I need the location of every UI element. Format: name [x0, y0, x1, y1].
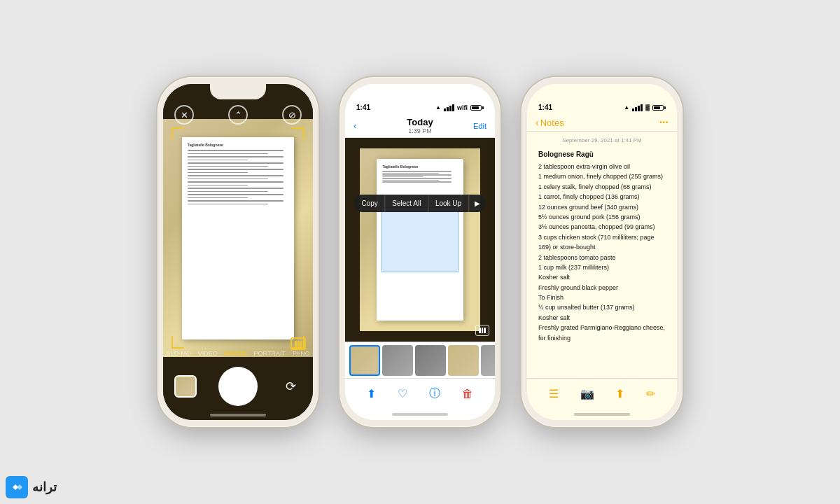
checklist-icon[interactable]: ☰ — [549, 387, 559, 400]
heart-icon[interactable]: ♡ — [398, 387, 407, 400]
share-icon[interactable]: ⬆ — [615, 387, 624, 400]
flip-camera-button[interactable]: ⟳ — [279, 375, 302, 398]
mode-portrait[interactable]: PORTRAIT — [254, 350, 286, 357]
camera-icon[interactable]: 📷 — [580, 387, 594, 400]
ingredient-6: 5½ ounces ground pork (156 grams) — [538, 212, 666, 222]
live-text-button[interactable] — [475, 325, 489, 336]
photo-book-line — [382, 174, 451, 176]
camera-viewfinder: Tagliatelle Bolognese — [163, 119, 313, 357]
look-up-menu-item[interactable]: Look Up — [428, 195, 468, 212]
photo-book-line — [382, 178, 451, 179]
camera-modes: SLO-MO VIDEO PHOTO PORTRAIT PANO — [163, 350, 313, 357]
thumbnail-3[interactable] — [415, 345, 446, 376]
photo-book-line — [382, 181, 451, 183]
logo-icon — [10, 480, 24, 494]
more-options-button[interactable]: ··· — [659, 116, 668, 129]
book-line — [188, 172, 248, 174]
context-menu: Copy Select All Look Up ▶ — [354, 195, 485, 212]
camera-controls: ⟳ — [163, 367, 313, 406]
timer-icon[interactable]: ⊘ — [282, 105, 302, 125]
book-line — [188, 153, 269, 155]
ingredient-13: To Finish — [538, 293, 666, 302]
photo-book-line — [382, 171, 451, 172]
share-icon[interactable]: ⬆ — [367, 387, 376, 400]
compose-icon[interactable]: ✏ — [646, 387, 655, 400]
photo-book: Tagliatelle Bolognese — [360, 148, 479, 332]
chevron-up-icon[interactable]: ⌃ — [228, 105, 248, 125]
shutter-button[interactable] — [218, 367, 258, 406]
select-all-menu-item[interactable]: Select All — [385, 195, 428, 212]
ingredient-7: 3½ ounces pancetta, chopped (99 grams) — [538, 222, 666, 232]
photos-bottom-bar: ⬆ ♡ ⓘ 🗑 — [345, 378, 495, 409]
thumbnail-4[interactable] — [448, 345, 479, 376]
book-line — [188, 200, 284, 202]
status-right: ▲ ▓ — [624, 104, 666, 111]
book-line — [188, 191, 269, 192]
notes-nav: ‹ Notes ··· — [527, 114, 677, 132]
book-line — [188, 156, 284, 158]
home-indicator — [345, 409, 495, 420]
book-line — [188, 194, 284, 195]
notes-back-label: Notes — [540, 118, 564, 128]
photo-book-line — [382, 176, 424, 178]
note-text: Bolognese Ragù 2 tablespoon extra-virgin… — [538, 149, 666, 343]
back-button[interactable]: ‹ — [354, 120, 356, 131]
photos-nav: ‹ Today 1:39 PM Edit — [345, 114, 495, 138]
ingredient-2: 1 medium onion, finely chopped (255 gram… — [538, 172, 666, 181]
photo-thumbnails — [345, 342, 495, 378]
book-line — [188, 197, 248, 199]
live-text-icon — [290, 337, 306, 350]
thumbnail-2[interactable] — [382, 345, 413, 376]
edit-button[interactable]: Edit — [473, 122, 486, 130]
mode-photo[interactable]: PHOTO — [225, 350, 247, 357]
notes-bottom-bar: ☰ 📷 ⬆ ✏ — [527, 378, 677, 409]
signal-bars — [632, 104, 643, 111]
book-line — [188, 162, 284, 164]
location-icon: ▲ — [435, 104, 441, 111]
ingredient-14: ½ cup unsalted butter (137 grams) — [538, 302, 666, 312]
ingredient-12: Freshly ground black pepper — [538, 283, 666, 293]
book-line — [188, 175, 284, 176]
notch — [574, 84, 630, 99]
book-image: Tagliatelle Bolognese — [163, 119, 313, 357]
book-line — [188, 185, 248, 186]
menu-more-arrow[interactable]: ▶ — [469, 195, 486, 212]
nav-title: Today — [407, 117, 433, 127]
battery-icon — [652, 105, 666, 111]
book-line — [188, 166, 269, 167]
note-date: September 29, 2021 at 1:41 PM — [538, 137, 666, 144]
camera-screen: ✕ ⌃ ⊘ Tagliatelle Bolognese — [163, 84, 313, 420]
phone-camera: ✕ ⌃ ⊘ Tagliatelle Bolognese — [158, 77, 318, 427]
home-indicator — [527, 409, 677, 420]
chevron-left-icon: ‹ — [536, 117, 539, 128]
watermark-text: ترانه — [32, 479, 57, 495]
mode-pano[interactable]: PANO — [293, 350, 310, 357]
mode-video[interactable]: VIDEO — [198, 350, 218, 357]
ingredient-9: 2 tablespoons tomato paste — [538, 253, 666, 262]
notch — [392, 84, 448, 99]
book-line — [188, 188, 284, 189]
location-icon: ▲ — [624, 104, 629, 111]
thumbnail-1[interactable] — [349, 345, 380, 376]
photo-book-title: Tagliatelle Bolognese — [382, 164, 457, 169]
wifi-icon: wifi — [457, 104, 468, 111]
notes-back-button[interactable]: ‹ Notes — [536, 117, 564, 128]
ingredient-15: Kosher salt — [538, 313, 666, 323]
flash-icon[interactable]: ✕ — [174, 105, 194, 125]
last-photo-thumbnail[interactable] — [174, 375, 197, 398]
book-page: Tagliatelle Bolognese — [182, 137, 295, 340]
recipe-title: Bolognese Ragù — [538, 149, 666, 160]
book-line — [188, 181, 284, 183]
status-right: ▲ wifi — [435, 104, 484, 111]
selected-text-highlight — [382, 207, 459, 272]
info-icon[interactable]: ⓘ — [429, 386, 440, 401]
trash-icon[interactable]: 🗑 — [462, 388, 473, 400]
ingredient-8: 3 cups chicken stock (710 milliliters; p… — [538, 232, 666, 253]
nav-subtitle: 1:39 PM — [407, 127, 433, 134]
mode-slomo[interactable]: SLO-MO — [166, 350, 191, 357]
battery-icon — [470, 105, 484, 111]
thumbnail-5[interactable] — [481, 345, 495, 376]
ingredient-1: 2 tablespoon extra-virgin olive oil — [538, 162, 666, 172]
wifi-icon: ▓ — [645, 104, 650, 111]
copy-menu-item[interactable]: Copy — [354, 195, 384, 212]
